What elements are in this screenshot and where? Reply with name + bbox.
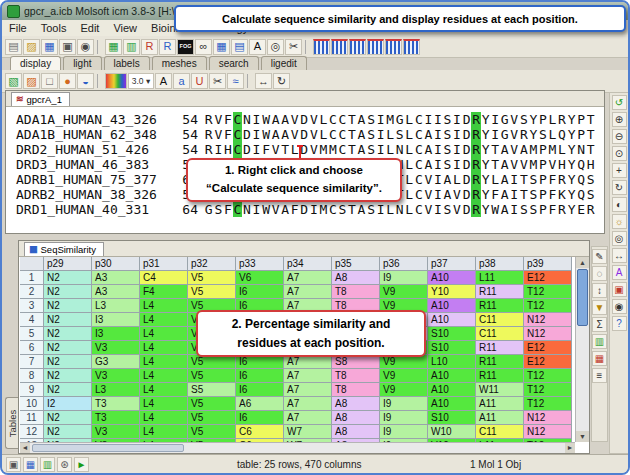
table-cell[interactable]: N2	[44, 425, 92, 439]
table-cell[interactable]: V9	[380, 383, 428, 397]
table-cell[interactable]: T12	[524, 369, 572, 383]
table-cell[interactable]: N2	[44, 327, 92, 341]
menu-tools[interactable]: Tools	[34, 22, 74, 34]
sort-icon[interactable]: ↕	[592, 283, 607, 298]
table-cell[interactable]: L11	[476, 271, 524, 285]
table-cell[interactable]: I6	[236, 355, 284, 369]
column-ruler-icon[interactable]	[385, 39, 402, 55]
help-icon[interactable]: ?	[612, 316, 627, 331]
center-icon[interactable]: ◎	[612, 231, 627, 246]
table-cell[interactable]: A11	[476, 411, 524, 425]
table-cell[interactable]: R11	[476, 341, 524, 355]
row-number[interactable]: 7	[20, 355, 44, 369]
table-cell[interactable]: V3	[92, 341, 140, 355]
tab-search[interactable]: search	[209, 56, 259, 70]
table-cell[interactable]: N2	[44, 355, 92, 369]
font-icon[interactable]: A	[249, 39, 266, 55]
gear-icon[interactable]: ⊛	[57, 457, 72, 472]
panel-blue-icon[interactable]: ▤	[231, 39, 248, 55]
table-cell[interactable]: S10	[428, 411, 476, 425]
table-cell[interactable]: R11	[476, 299, 524, 313]
table-cell[interactable]: I6	[236, 285, 284, 299]
display-cube-orange-icon[interactable]: ▨	[23, 73, 40, 89]
table-cell[interactable]: A11	[476, 397, 524, 411]
table-cell[interactable]: T12	[524, 383, 572, 397]
surface-icon[interactable]: ◒	[77, 73, 94, 89]
table-cell[interactable]: L4	[140, 355, 188, 369]
color-icon[interactable]: ▣	[612, 282, 627, 297]
table-cell[interactable]: L4	[140, 327, 188, 341]
residue-r-blue-icon[interactable]: R	[159, 39, 176, 55]
table-cell[interactable]: C11	[476, 313, 524, 327]
row-number[interactable]: 5	[20, 327, 44, 341]
table-cell[interactable]: R11	[476, 355, 524, 369]
table-cell[interactable]: C11	[476, 425, 524, 439]
display-cube-icon[interactable]: ▧	[5, 73, 22, 89]
table-cell[interactable]: V6	[236, 271, 284, 285]
column-header-p38[interactable]: p38	[476, 257, 524, 271]
column-header-p37[interactable]: p37	[428, 257, 476, 271]
table-cell[interactable]: A10	[428, 271, 476, 285]
table-cell[interactable]: A6	[236, 397, 284, 411]
table-cell[interactable]: N2	[44, 341, 92, 355]
column-ruler-icon[interactable]	[403, 39, 420, 55]
table-cell[interactable]: A7	[284, 383, 332, 397]
scrollbar-thumb[interactable]	[577, 269, 588, 326]
table-cell[interactable]: L4	[140, 341, 188, 355]
chart-icon[interactable]: ▥	[592, 334, 607, 349]
table-cell[interactable]: L4	[140, 369, 188, 383]
table-cell[interactable]: A7	[284, 271, 332, 285]
clip-icon[interactable]: ◐	[612, 197, 627, 212]
table-cell[interactable]: L3	[92, 383, 140, 397]
fog-icon[interactable]: FOG	[177, 39, 194, 55]
window-icon[interactable]: ▣	[6, 457, 21, 472]
table-cell[interactable]: F4	[140, 285, 188, 299]
table-cell[interactable]: N12	[524, 313, 572, 327]
menu-icon[interactable]: ≡	[592, 368, 607, 383]
table-cell[interactable]: A7	[284, 411, 332, 425]
row-number[interactable]: 6	[20, 341, 44, 355]
table-cell[interactable]: V5	[188, 369, 236, 383]
table-cell[interactable]: I6	[236, 369, 284, 383]
column-header-p30[interactable]: p30	[92, 257, 140, 271]
table-cell[interactable]: A8	[332, 271, 380, 285]
table-cell[interactable]: I9	[380, 271, 428, 285]
tables-side-tab[interactable]: Tables	[5, 397, 19, 449]
row-number[interactable]: 3	[20, 299, 44, 313]
table-cell[interactable]: V3	[92, 425, 140, 439]
cpk-icon[interactable]: ●	[59, 73, 76, 89]
grid-green-icon[interactable]: ▥	[123, 39, 140, 55]
label-atoms-icon[interactable]: A	[155, 73, 172, 89]
alignment-row[interactable]: ADA1A_HUMAN_43_32654RVFCNIWAAVDVLCCTASIM…	[6, 112, 604, 127]
sum-icon[interactable]: Σ	[592, 317, 607, 332]
row-number[interactable]: 1	[20, 271, 44, 285]
table-cell[interactable]: L4	[140, 397, 188, 411]
scroll-down-icon[interactable]: ▼	[576, 431, 589, 442]
table-green-icon[interactable]: ▦	[105, 39, 122, 55]
table-cell[interactable]: C6	[236, 425, 284, 439]
tab-seqsimilarity[interactable]: ▦ SeqSimilarity	[24, 242, 104, 256]
table-cell[interactable]: A3	[92, 285, 140, 299]
grid-blue-icon[interactable]: ▦	[213, 39, 230, 55]
alignment-row[interactable]: DRD2_HUMAN_51_42654RIHCDIFVTLDVMMCTASILN…	[6, 142, 604, 157]
table-cell[interactable]: R11	[476, 369, 524, 383]
table-cell[interactable]: A10	[428, 383, 476, 397]
menu-file[interactable]: File	[2, 22, 34, 34]
table-cell[interactable]: S8	[332, 355, 380, 369]
table-cell[interactable]: L4	[140, 411, 188, 425]
color-rows-icon[interactable]: ▦	[592, 351, 607, 366]
table-cell[interactable]: W11	[476, 383, 524, 397]
save-icon[interactable]: ▦	[41, 39, 58, 55]
column-ruler-icon[interactable]	[331, 39, 348, 55]
row-number[interactable]: 9	[20, 383, 44, 397]
magnet-icon[interactable]: U	[191, 73, 208, 89]
table-status-icon[interactable]: ▦	[23, 457, 38, 472]
tab-ligedit[interactable]: ligedit	[261, 56, 307, 70]
tab-light[interactable]: light	[63, 56, 101, 70]
column-header-p31[interactable]: p31	[140, 257, 188, 271]
table-cell[interactable]: A7	[284, 369, 332, 383]
table-cell[interactable]: N2	[44, 411, 92, 425]
table-cell[interactable]: L4	[140, 383, 188, 397]
residue-r-red-icon[interactable]: R	[141, 39, 158, 55]
light-icon[interactable]: ☼	[612, 214, 627, 229]
